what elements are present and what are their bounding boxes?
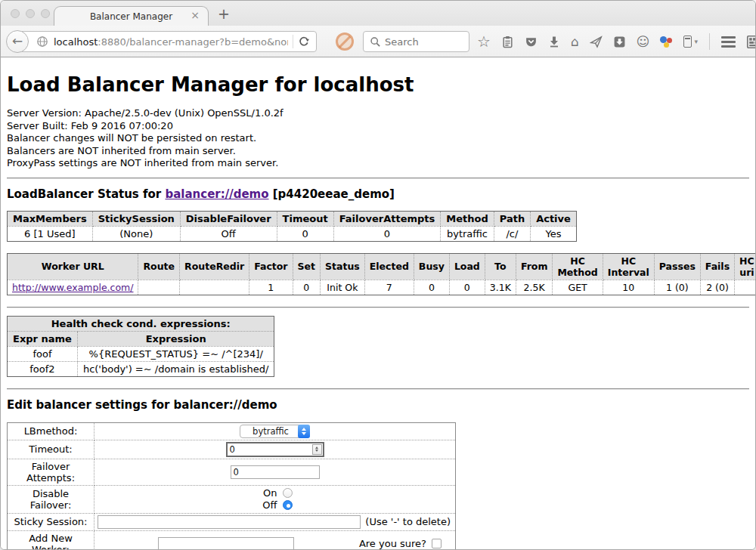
tab-bar: Balancer Manager × +	[1, 1, 755, 26]
reload-icon[interactable]	[298, 36, 310, 48]
worker-table-row: http://www.example.com/ 1 0 Init Ok 7 0 …	[8, 280, 756, 295]
expr-name: foof2	[8, 361, 78, 376]
lbmethod-selected-value: bytraffic	[240, 426, 298, 437]
val-load: 0	[449, 280, 485, 295]
zoom-window-button[interactable]	[41, 9, 50, 18]
are-you-sure-checkbox[interactable]	[432, 539, 442, 548]
lbmethod-select[interactable]: bytraffic	[240, 425, 310, 438]
container-menu-button[interactable]: ▾	[683, 36, 698, 48]
col-hc-uri: HC uri	[735, 253, 755, 280]
val-to: 3.1K	[485, 280, 516, 295]
hc-title-row: Health check cond. expressions:	[8, 316, 274, 331]
colors-extension-icon[interactable]	[660, 36, 673, 48]
extension-download-icon[interactable]	[613, 36, 626, 48]
number-spinner-icon[interactable]	[312, 444, 322, 455]
hc-header-row: Expr name Expression	[8, 331, 274, 346]
timeout-label: Timeout:	[8, 440, 94, 459]
menu-icon[interactable]	[721, 36, 736, 48]
screenshot-grid-icon[interactable]	[746, 35, 756, 49]
separator	[7, 388, 749, 390]
server-version: Server Version: Apache/2.5.0-dev (Unix) …	[7, 107, 749, 120]
balancer-table-header-row: MaxMembers StickySession DisableFailover…	[8, 211, 577, 226]
search-bar[interactable]	[363, 31, 469, 52]
tab-balancer-manager[interactable]: Balancer Manager ×	[54, 6, 209, 26]
page-title: Load Balancer Manager for localhost	[7, 73, 749, 96]
health-check-table: Health check cond. expressions: Expr nam…	[7, 316, 274, 377]
search-input[interactable]	[385, 36, 469, 48]
failover-label: Failover Attempts:	[8, 459, 94, 485]
val-elected: 7	[364, 280, 414, 295]
add-worker-label: Add New Worker:	[8, 530, 94, 549]
new-tab-button[interactable]: +	[218, 5, 230, 22]
container-icon	[683, 36, 692, 48]
val-method: bytraffic	[441, 226, 494, 241]
minimize-window-button[interactable]	[26, 9, 35, 18]
close-window-button[interactable]	[11, 9, 20, 18]
back-button[interactable]: ←	[6, 30, 29, 53]
val-path: /c/	[494, 226, 530, 241]
col-fails: Fails	[700, 253, 734, 280]
col-from: From	[516, 253, 553, 280]
col-load: Load	[449, 253, 485, 280]
col-hc-interval: HC Interval	[603, 253, 654, 280]
disable-failover-label: Disable Failover:	[8, 485, 94, 513]
col-expression: Expression	[77, 331, 274, 346]
notice-proxypass: ProxyPass settings are NOT inherited fro…	[7, 157, 749, 170]
val-set: 0	[293, 280, 320, 295]
url-bar-divider	[293, 35, 293, 48]
send-icon[interactable]	[590, 36, 603, 48]
navigation-toolbar: ← localhost:8880/balancer-manager?b=demo…	[1, 26, 755, 57]
col-passes: Passes	[654, 253, 700, 280]
disable-failover-on-radio[interactable]	[283, 488, 293, 498]
val-busy: 0	[414, 280, 449, 295]
pocket-icon[interactable]	[525, 36, 538, 48]
edit-settings-heading: Edit balancer settings for balancer://de…	[7, 398, 749, 412]
val-worker-url: http://www.example.com/	[8, 280, 138, 295]
browser-window: Balancer Manager × + ← localhost:8880/ba…	[0, 0, 756, 550]
separator	[7, 178, 749, 179]
off-label: Off	[258, 499, 277, 511]
failover-attempts-input[interactable]	[231, 465, 320, 479]
worker-url-link[interactable]: http://www.example.com/	[12, 282, 133, 293]
are-you-sure-label: Are you sure?	[359, 538, 426, 549]
val-factor: 1	[249, 280, 293, 295]
col-route: Route	[138, 253, 180, 280]
col-elected: Elected	[364, 253, 414, 280]
val-disablefailover: Off	[180, 226, 277, 241]
balancer-link[interactable]: balancer://demo	[165, 187, 268, 201]
search-icon	[370, 36, 381, 48]
feedback-smiley-icon[interactable]: ☺	[637, 36, 650, 48]
col-path: Path	[494, 211, 530, 226]
col-status: Status	[321, 253, 365, 280]
timeout-value: 0	[228, 444, 312, 455]
tab-title: Balancer Manager	[90, 11, 172, 22]
reading-list-icon[interactable]	[501, 36, 514, 48]
balancer-status-table: MaxMembers StickySession DisableFailover…	[7, 211, 577, 242]
val-routeredir	[180, 280, 249, 295]
col-disablefailover: DisableFailover	[180, 211, 277, 226]
close-tab-icon[interactable]: ×	[191, 10, 200, 20]
col-factor: Factor	[249, 253, 293, 280]
sticky-session-input[interactable]	[98, 515, 361, 529]
col-stickysession: StickySession	[92, 211, 180, 226]
disable-failover-off-option: Off	[98, 499, 452, 511]
content-blocked-icon[interactable]	[336, 32, 354, 51]
val-timeout: 0	[277, 226, 333, 241]
downloads-icon[interactable]	[548, 36, 560, 48]
page-content: Load Balancer Manager for localhost Serv…	[1, 58, 755, 549]
col-set: Set	[293, 253, 320, 280]
col-busy: Busy	[414, 253, 449, 280]
server-info: Server Version: Apache/2.5.0-dev (Unix) …	[7, 107, 749, 170]
bookmark-star-icon[interactable]: ☆	[477, 36, 491, 48]
disable-failover-off-radio[interactable]	[283, 500, 293, 510]
window-controls	[11, 9, 50, 18]
home-icon[interactable]: ⌂	[571, 36, 579, 48]
url-domain: localhost	[54, 36, 98, 48]
val-hc-method: GET	[553, 280, 603, 295]
form-row-disable-failover: Disable Failover: On Off	[8, 485, 456, 513]
separator	[7, 307, 749, 308]
form-row-timeout: Timeout: 0	[8, 440, 456, 459]
timeout-input[interactable]: 0	[226, 442, 324, 457]
url-bar[interactable]: localhost:8880/balancer-manager?b=demo&n…	[19, 31, 317, 52]
add-worker-input[interactable]	[158, 537, 294, 550]
